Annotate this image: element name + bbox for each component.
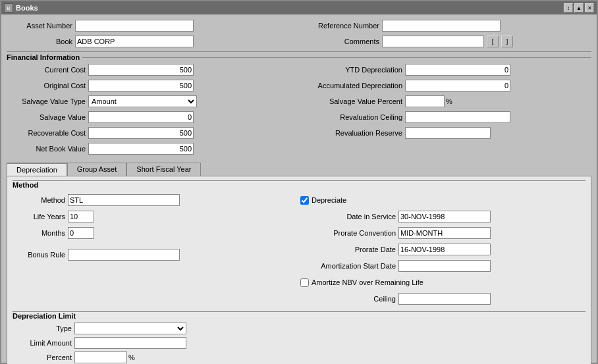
ytd-depreciation-label: YTD Depreciation (300, 66, 402, 74)
limit-amount-label: Limit Amount (13, 339, 72, 347)
reference-number-row: Reference Number (300, 18, 591, 33)
comments-btn1[interactable]: [ (487, 36, 499, 47)
original-cost-row: Original Cost (7, 78, 298, 93)
book-input[interactable] (75, 36, 194, 47)
prorate-convention-label: Prorate Convention (300, 229, 396, 237)
window-title: Books (16, 4, 38, 12)
prorate-date-label: Prorate Date (300, 246, 396, 253)
revaluation-reserve-row: Revaluation Reserve (300, 126, 591, 140)
minimize-button[interactable]: ▲ (574, 3, 584, 13)
amortize-nbv-checkbox[interactable] (300, 278, 309, 287)
amortize-nbv-label: Amortize NBV over Remaining Life (312, 278, 423, 286)
amortization-start-date-input[interactable] (398, 260, 491, 272)
depreciate-checkbox[interactable] (300, 196, 309, 205)
method-label: Method (13, 196, 65, 204)
title-bar: B Books ↕ ▲ ✕ (1, 1, 597, 14)
percent-input[interactable] (74, 351, 127, 363)
ceiling-input[interactable] (398, 293, 491, 305)
salvage-type-row: Salvage Value Type Amount Percent (7, 94, 298, 109)
tab-group-asset[interactable]: Group Asset (67, 163, 127, 176)
date-in-service-input[interactable] (398, 211, 491, 222)
recoverable-cost-row: Recoverable Cost (7, 126, 298, 140)
method-row: Method (13, 193, 298, 207)
comments-label: Comments (300, 38, 379, 45)
dep-limit-header-row: Depreciation Limit (13, 311, 585, 320)
salvage-value-label: Salvage Value (7, 113, 86, 121)
asset-number-input[interactable] (75, 20, 194, 32)
title-controls: ↕ ▲ ✕ (564, 3, 594, 13)
method-header-row: Method (13, 180, 585, 189)
reference-number-label: Reference Number (300, 22, 379, 30)
comments-row: Comments [ ] (300, 34, 591, 49)
close-button[interactable]: ✕ (585, 3, 594, 13)
comments-input[interactable] (382, 36, 484, 47)
accumulated-depreciation-input[interactable] (405, 80, 510, 91)
life-years-input[interactable] (68, 211, 94, 222)
revaluation-ceiling-label: Revaluation Ceiling (300, 113, 402, 121)
revaluation-ceiling-row: Revaluation Ceiling (300, 110, 591, 124)
revaluation-reserve-input[interactable] (405, 127, 491, 139)
bonus-rule-row: Bonus Rule (13, 247, 298, 262)
months-row: Months (13, 226, 298, 240)
prorate-date-row: Prorate Date (300, 242, 585, 257)
original-cost-input[interactable] (88, 80, 194, 91)
books-window: B Books ↕ ▲ ✕ Asset Number Book (0, 0, 598, 364)
book-row: Book (7, 34, 298, 49)
tabs-container: Depreciation Group Asset Short Fiscal Ye… (7, 160, 591, 364)
salvage-value-input[interactable] (88, 111, 194, 123)
right-method: Depreciate Date in Service Prorate Conve… (300, 193, 585, 306)
amortization-start-date-row: Amortization Start Date (300, 259, 585, 273)
asset-number-row: Asset Number (7, 18, 298, 33)
revaluation-ceiling-input[interactable] (405, 111, 510, 123)
prorate-date-input[interactable] (398, 244, 491, 255)
salvage-percent-input[interactable] (405, 95, 445, 107)
prorate-convention-input[interactable] (398, 227, 491, 239)
tab-short-fiscal-year[interactable]: Short Fiscal Year (126, 163, 201, 176)
financial-grid: Current Cost Original Cost Salvage Value… (7, 63, 591, 156)
amortize-nbv-row: Amortize NBV over Remaining Life (300, 275, 585, 290)
ceiling-row: Ceiling (300, 292, 585, 306)
limit-amount-input[interactable] (74, 337, 186, 349)
percent-symbol: % (446, 97, 452, 105)
dep-limit-header: Depreciation Limit (13, 312, 76, 320)
salvage-value-row: Salvage Value (7, 110, 298, 124)
tab-depreciation[interactable]: Depreciation (7, 163, 67, 176)
ceiling-label: Ceiling (300, 295, 396, 303)
net-book-value-label: Net Book Value (7, 145, 86, 153)
amortization-start-date-label: Amortization Start Date (300, 262, 396, 270)
comments-btn2[interactable]: ] (501, 36, 513, 47)
restore-button[interactable]: ↕ (564, 3, 573, 13)
life-years-label: Life Years (13, 213, 65, 221)
reference-number-input[interactable] (382, 20, 501, 32)
percent-group: % (74, 351, 135, 363)
accumulated-depreciation-label: Accumulated Depreciation (300, 82, 402, 90)
salvage-percent-label: Salvage Value Percent (300, 97, 402, 105)
life-years-row: Life Years (13, 209, 298, 224)
accumulated-depreciation-row: Accumulated Depreciation (300, 78, 591, 93)
type-select[interactable] (74, 323, 186, 334)
right-top-col: Reference Number Comments [ ] (300, 18, 591, 49)
financial-header: Financial Information (7, 53, 80, 61)
left-top-col: Asset Number Book (7, 18, 298, 49)
percent-row: Percent % (13, 350, 585, 364)
method-input[interactable] (68, 194, 180, 206)
top-section: Asset Number Book Reference Number Comme… (7, 18, 591, 49)
left-method: Method Life Years Months Bonus Rule (13, 193, 298, 306)
original-cost-label: Original Cost (7, 82, 86, 90)
months-input[interactable] (68, 227, 94, 239)
ytd-depreciation-input[interactable] (405, 64, 510, 76)
financial-left: Current Cost Original Cost Salvage Value… (7, 63, 298, 156)
salvage-type-select[interactable]: Amount Percent (88, 95, 197, 107)
net-book-value-input[interactable] (88, 143, 194, 155)
bonus-rule-input[interactable] (68, 249, 180, 261)
method-header: Method (13, 181, 38, 189)
recoverable-cost-input[interactable] (88, 127, 194, 139)
financial-section: Financial Information Current Cost Origi… (7, 51, 591, 156)
revaluation-reserve-label: Revaluation Reserve (300, 129, 402, 137)
depreciate-row: Depreciate (300, 193, 585, 207)
depreciate-label: Depreciate (312, 196, 346, 204)
asset-number-label: Asset Number (7, 22, 72, 30)
date-in-service-label: Date in Service (300, 213, 396, 221)
current-cost-input[interactable] (88, 64, 194, 76)
limit-percent-symbol: % (128, 353, 135, 361)
